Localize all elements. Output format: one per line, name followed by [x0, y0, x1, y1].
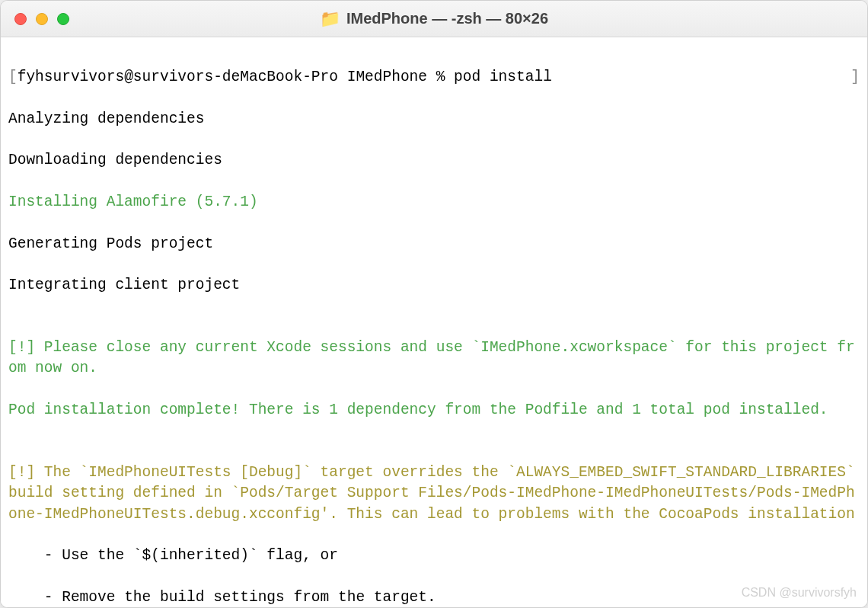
terminal-window: 📁 IMedPhone — -zsh — 80×26 [fyhsurvivors… — [0, 0, 868, 608]
folder-icon: 📁 — [320, 9, 340, 29]
command-text: pod install — [454, 67, 552, 88]
close-icon[interactable] — [14, 13, 27, 25]
bracket-right: ] — [850, 67, 860, 88]
window-title: 📁 IMedPhone — -zsh — 80×26 — [13, 9, 855, 29]
title-text: IMedPhone — -zsh — 80×26 — [346, 10, 548, 27]
output-line: Generating Pods project — [8, 234, 860, 254]
prompt-prefix: fyhsurvivors@survivors-deMacBook-Pro IMe… — [18, 67, 454, 88]
output-line: Integrating client project — [8, 275, 860, 296]
zoom-icon[interactable] — [57, 13, 69, 25]
suggestion-line: - Remove the build settings from the tar… — [8, 587, 860, 607]
minimize-icon[interactable] — [36, 13, 48, 25]
install-complete: Pod installation complete! There is 1 de… — [8, 400, 860, 421]
output-line: Analyzing dependencies — [8, 109, 860, 130]
output-line-installing: Installing Alamofire (5.7.1) — [8, 192, 860, 213]
titlebar[interactable]: 📁 IMedPhone — -zsh — 80×26 — [1, 1, 867, 37]
notice-workspace: [!] Please close any current Xcode sessi… — [8, 338, 860, 379]
traffic-lights — [14, 13, 69, 25]
suggestion-line: - Use the `$(inherited)` flag, or — [8, 546, 860, 566]
output-line: Downloading dependencies — [8, 150, 860, 171]
bracket-left: [ — [8, 67, 18, 88]
prompt-line-1: [fyhsurvivors@survivors-deMacBook-Pro IM… — [8, 67, 860, 88]
warning-debug: [!] The `IMedPhoneUITests [Debug]` targe… — [8, 462, 860, 525]
terminal-body[interactable]: [fyhsurvivors@survivors-deMacBook-Pro IM… — [1, 37, 867, 607]
